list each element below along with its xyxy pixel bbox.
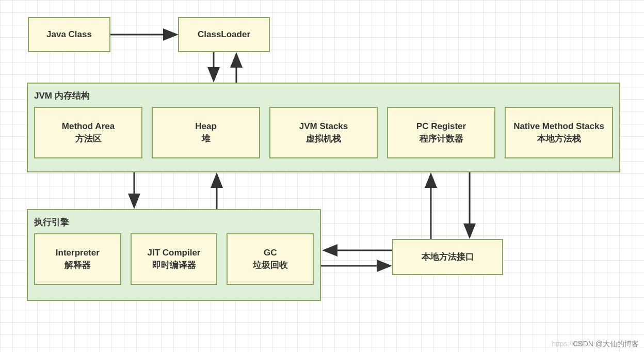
java-class-label: Java Class xyxy=(46,28,92,41)
method-area-en: Method Area xyxy=(62,120,115,133)
heap-en: Heap xyxy=(195,120,217,133)
jit-cn: 即时编译器 xyxy=(152,259,196,271)
jvm-stacks-cn: 虚拟机栈 xyxy=(306,133,341,145)
method-area-box: Method Area 方法区 xyxy=(34,107,142,158)
engine-row: Interpreter 解释器 JIT Compiler 即时编译器 GC 垃圾… xyxy=(34,233,314,285)
classloader-box: ClassLoader xyxy=(178,17,270,52)
gc-en: GC xyxy=(264,247,277,259)
native-stacks-box: Native Method Stacks 本地方法栈 xyxy=(505,107,613,158)
native-interface-label: 本地方法接口 xyxy=(422,251,474,263)
heap-cn: 堆 xyxy=(202,133,211,145)
heap-box: Heap 堆 xyxy=(152,107,260,158)
native-stacks-cn: 本地方法栈 xyxy=(537,133,581,145)
native-interface-box: 本地方法接口 xyxy=(392,239,503,275)
execution-engine-container: 执行引擎 Interpreter 解释器 JIT Compiler 即时编译器 … xyxy=(27,209,321,301)
interpreter-box: Interpreter 解释器 xyxy=(34,233,121,285)
pc-register-en: PC Register xyxy=(416,120,466,133)
interpreter-en: Interpreter xyxy=(56,247,100,259)
engine-title: 执行引擎 xyxy=(34,216,314,228)
jvm-memory-container: JVM 内存结构 Method Area 方法区 Heap 堆 JVM Stac… xyxy=(27,83,620,172)
memory-row: Method Area 方法区 Heap 堆 JVM Stacks 虚拟机栈 P… xyxy=(34,107,613,158)
gc-box: GC 垃圾回收 xyxy=(227,233,314,285)
jvm-stacks-box: JVM Stacks 虚拟机栈 xyxy=(269,107,378,158)
interpreter-cn: 解释器 xyxy=(65,259,91,271)
classloader-label: ClassLoader xyxy=(198,28,250,41)
memory-title: JVM 内存结构 xyxy=(34,90,613,102)
native-stacks-en: Native Method Stacks xyxy=(513,120,604,133)
java-class-box: Java Class xyxy=(28,17,110,52)
jvm-stacks-en: JVM Stacks xyxy=(299,120,348,133)
gc-cn: 垃圾回收 xyxy=(253,259,288,271)
jit-en: JIT Compiler xyxy=(148,247,201,259)
jit-box: JIT Compiler 即时编译器 xyxy=(131,233,218,285)
pc-register-cn: 程序计数器 xyxy=(420,133,463,145)
watermark-main: CSDN @大仙的博客 xyxy=(573,340,639,349)
method-area-cn: 方法区 xyxy=(75,133,102,145)
pc-register-box: PC Register 程序计数器 xyxy=(387,107,495,158)
